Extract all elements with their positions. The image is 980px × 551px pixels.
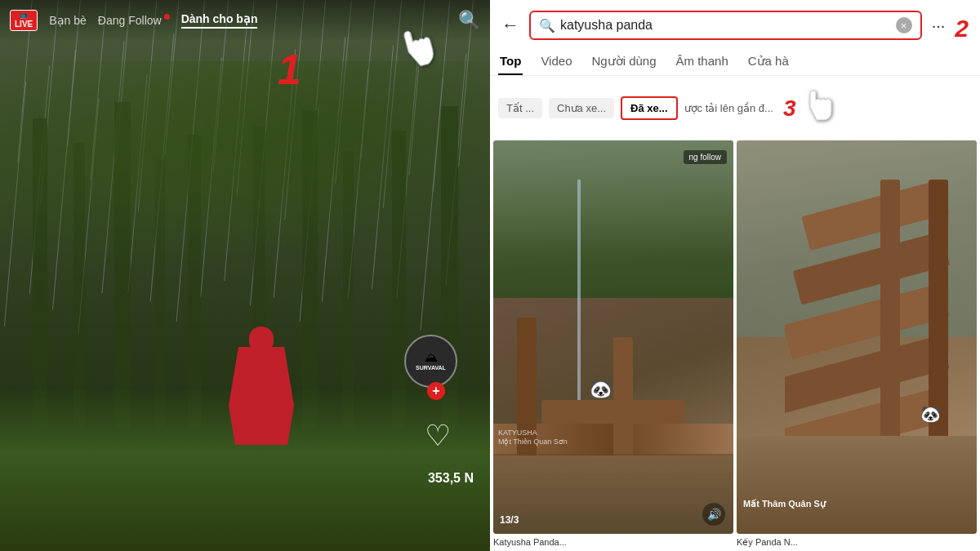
follow-plus-button[interactable]: +	[427, 382, 445, 400]
following-tab[interactable]: Đang Follow	[98, 14, 162, 27]
filter-tabs: Top Video Người dùng Âm thanh Cửa hà	[490, 47, 980, 76]
sub-tab-unseen[interactable]: Chưa xe...	[549, 98, 614, 118]
video-card-2[interactable]: 🐼 Mất Thâm Quân Sự	[737, 140, 977, 534]
panda-figure: 🐼	[590, 379, 612, 400]
ground-1	[493, 455, 733, 534]
videos-grid: 🐼 ng follow 🔊 KATYUSHAMột Thiên Quan Sơn…	[490, 140, 980, 534]
badge-text: SURVAVAL	[416, 365, 446, 371]
heart-icon[interactable]: ♡	[425, 419, 451, 453]
step-line	[493, 454, 733, 455]
friends-tab[interactable]: Bạn bè	[49, 14, 87, 27]
panda-figure-2: 🐼	[920, 404, 941, 424]
tab-users[interactable]: Người dùng	[590, 47, 657, 75]
tab-top[interactable]: Top	[498, 47, 523, 75]
annotation-number-3: 3	[783, 96, 796, 122]
search-box: 🔍 ×	[529, 11, 922, 40]
sub-tab-recent[interactable]: ược tải lên gần đ...	[684, 102, 773, 114]
mat-tham-label: Mất Thâm Quân Sự	[743, 499, 826, 509]
more-options-button[interactable]: ···	[929, 13, 949, 38]
mountain-icon: ⛰	[425, 350, 438, 365]
search-input[interactable]	[560, 18, 891, 33]
for-you-tab[interactable]: Dành cho bạn	[181, 12, 258, 29]
search-bar-container: ← 🔍 × ··· 2	[490, 0, 980, 47]
left-panel: 📺 LIVE Bạn bè Đang Follow Dành cho bạn 🔍…	[0, 0, 490, 551]
video-card-1[interactable]: 🐼 ng follow 🔊 KATYUSHAMột Thiên Quan Sơn…	[493, 140, 733, 534]
video-title-2: Kếy Panda N...	[737, 537, 977, 548]
sub-tab-seen[interactable]: Đã xe...	[621, 96, 678, 120]
search-icon[interactable]: 🔍	[458, 10, 480, 31]
live-label: LIVE	[15, 20, 33, 29]
clear-search-button[interactable]: ×	[896, 17, 912, 33]
survival-badge[interactable]: ⛰ SURVAVAL	[404, 335, 457, 388]
video-title-1: Katyusha Panda...	[493, 537, 733, 548]
video-overlay-info: KATYUSHAMột Thiên Quan Sơn	[498, 429, 568, 447]
right-panel: ← 🔍 × ··· 2 Top Video Người dùng Âm than…	[490, 0, 980, 551]
sound-button[interactable]: 🔊	[702, 503, 725, 526]
sub-filter-tabs: Tất ... Chưa xe... Đã xe... ược tải lên …	[490, 76, 980, 140]
annotation-number-2: 2	[955, 8, 969, 42]
tab-video[interactable]: Video	[539, 47, 573, 75]
ground-2	[737, 436, 977, 535]
tab-store[interactable]: Cửa hà	[746, 47, 791, 75]
tab-sound[interactable]: Âm thanh	[675, 47, 730, 75]
back-button[interactable]: ←	[498, 11, 523, 39]
follow-badge: ng follow	[684, 150, 727, 164]
tv-icon: 📺	[20, 12, 28, 20]
annotation-number-1: 1	[278, 45, 301, 94]
search-icon-inner: 🔍	[539, 18, 555, 33]
sub-tab-all[interactable]: Tất ...	[498, 98, 542, 118]
live-badge: 📺 LIVE	[10, 10, 38, 31]
video-date: 13/3	[500, 514, 519, 526]
view-count: 353,5 N	[428, 471, 474, 486]
hand-cursor-2-icon	[802, 82, 838, 134]
notification-dot	[164, 14, 170, 20]
video-titles: Katyusha Panda... Kếy Panda N...	[490, 534, 980, 551]
person-figure	[229, 347, 294, 445]
log-post-1	[517, 318, 537, 475]
